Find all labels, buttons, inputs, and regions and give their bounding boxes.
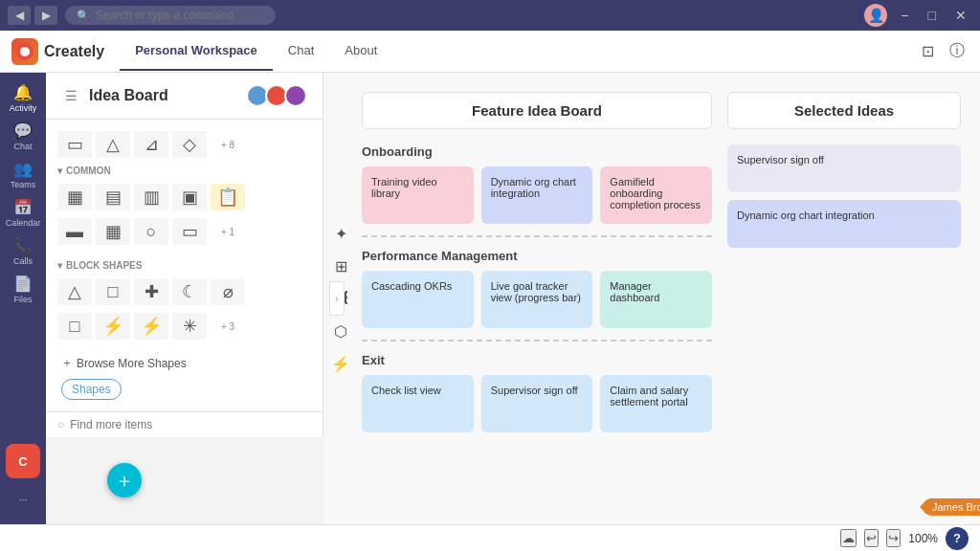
shape-note[interactable]: 📋 [211,184,245,210]
shape-list1[interactable]: ▤ [96,184,130,210]
shape-triangle[interactable]: △ [96,131,130,158]
shapes-badge[interactable]: Shapes [61,379,122,400]
activity-icon: 🔔 [13,83,33,101]
redo-button[interactable]: ↪ [886,529,901,547]
shape-table2[interactable]: ▦ [96,218,130,245]
tab-about[interactable]: About [329,32,392,71]
fab-add-button[interactable]: ＋ [107,463,142,497]
avatar-3 [284,84,307,107]
tab-personal-workspace[interactable]: Personal Workspace [120,32,273,71]
sidebar-item-teams[interactable]: 👥 Teams [6,157,40,191]
selected-card-supervisor[interactable]: Supervisor sign off [727,144,961,192]
teams-sidebar: 🔔 Activity 💬 Chat 👥 Teams 📅 Calendar 📞 C… [0,73,46,524]
svg-point-1 [20,47,30,56]
card-dynamic-org[interactable]: Dynamic org chart integration [481,166,593,224]
search-icon: 🔍 [77,10,90,22]
divider-1 [362,235,712,237]
sidebar-item-calendar[interactable]: 📅 Calendar [6,195,40,230]
shape-block-star[interactable]: ✳ [172,313,207,340]
sidebar-item-more[interactable]: ··· [6,482,40,517]
title-bar-search-container: 🔍 [65,6,276,25]
common-section-header[interactable]: ▾ COMMON [54,162,315,180]
undo-button[interactable]: ↩ [864,529,879,547]
info-icon[interactable]: ⓘ [946,37,969,65]
panel-menu-button[interactable]: ☰ [61,88,81,103]
collapse-panel-button[interactable]: › [329,281,345,316]
chevron-down-icon-2: ▾ [57,260,62,271]
close-button[interactable]: ✕ [949,6,972,25]
tab-chat[interactable]: Chat [273,32,329,71]
shape-block-rect[interactable]: □ [96,278,130,305]
shape-grid[interactable]: ▣ [172,184,207,210]
shape-rect[interactable]: ▭ [57,131,92,158]
cloud-save-button[interactable]: ☁ [840,529,857,547]
find-more-input[interactable] [70,418,213,431]
teams-icon: 👥 [13,160,33,178]
sidebar-item-calls[interactable]: 📞 Calls [6,233,40,268]
frame-tool-button[interactable]: ⊞ [327,253,354,279]
search-icon-small: ○ [57,418,64,431]
creately-icon: C [18,454,27,469]
shape-block-plus[interactable]: ✚ [134,278,168,305]
shape-tool-button[interactable]: ⬡ [327,318,354,344]
nav-tabs: Personal Workspace Chat About [120,32,392,71]
shape-block-sq[interactable]: □ [57,313,92,340]
card-cascading[interactable]: Cascading OKRs [362,271,474,328]
nav-back-button[interactable]: ◀ [8,6,31,25]
shape-panel-body: ▭ △ ⊿ ◇ + 8 ▾ COMMON ▦ ▤ ▥ [46,120,323,411]
shape-ellipse[interactable]: ○ [134,218,168,245]
shape-block-cylinder[interactable]: ⌀ [211,278,245,305]
title-bar-right: 👤 − □ ✕ [864,4,972,27]
exit-cards: Check list view Supervisor sign off Clai… [362,375,712,432]
card-checklist[interactable]: Check list view [362,375,474,432]
bolt-tool-button[interactable]: ⚡ [327,350,354,377]
sidebar-item-activity[interactable]: 🔔 Activity [6,80,40,115]
avatar: 👤 [864,4,887,27]
shape-panel-header: ☰ Idea Board [46,73,323,120]
shape-block-bolt2[interactable]: ⚡ [134,313,168,340]
sidebar-item-chat[interactable]: 💬 Chat [6,119,40,153]
screen-share-icon[interactable]: ⊡ [918,38,938,64]
shape-block-bolt[interactable]: ⚡ [96,313,130,340]
minimize-button[interactable]: − [895,6,914,25]
performance-section: Performance Management Cascading OKRs Li… [362,249,712,328]
sidebar-item-creately[interactable]: C [6,444,40,478]
search-input[interactable] [96,9,249,22]
bottom-bar: ☁ ↩ ↪ 100% ? [0,524,980,551]
magic-tool-button[interactable]: ✦ [327,220,354,247]
shape-bar[interactable]: ▬ [57,218,92,245]
card-manager-dash[interactable]: Manager dashboard [600,271,712,328]
shape-more-common[interactable]: + 1 [211,218,245,245]
selected-card-dynamic-org[interactable]: Dynamic org chart integration [727,200,961,248]
app-logo: Creately [11,38,104,65]
block-section-header[interactable]: ▾ BLOCK SHAPES [54,256,315,275]
shape-block-moon[interactable]: ☾ [172,278,207,305]
card-claim-salary[interactable]: Claim and salary settlement portal [600,375,712,432]
card-gamifield[interactable]: Gamifield onboarding completion process [600,166,712,224]
browse-more-shapes-button[interactable]: ＋ Browse More Shapes [54,351,194,375]
title-bar-nav: ◀ ▶ [8,6,57,25]
shape-more-basic[interactable]: + 8 [211,131,245,158]
panel-title: Idea Board [89,87,238,104]
shape-diamond[interactable]: ◇ [172,131,207,158]
shape-list2[interactable]: ▥ [134,184,168,210]
app-nav: Creately Personal Workspace Chat About ⊡… [0,31,980,73]
shape-table[interactable]: ▦ [57,184,92,210]
card-training-video[interactable]: Training video library [362,166,474,224]
shape-rect2[interactable]: ▭ [172,218,207,245]
help-button[interactable]: ? [946,527,969,550]
feature-board-title: Feature Idea Board [362,92,712,129]
nav-forward-button[interactable]: ▶ [34,6,57,25]
sidebar-item-files[interactable]: 📄 Files [6,272,40,306]
shape-block-tri[interactable]: △ [57,278,92,305]
onboarding-label: Onboarding [362,144,712,159]
shape-more-block[interactable]: + 3 [211,313,245,340]
app-logo-text: Creately [44,43,104,60]
card-supervisor-signoff[interactable]: Supervisor sign off [481,375,593,432]
block-shapes-grid-2: □ ⚡ ⚡ ✳ + 3 [54,309,315,343]
card-live-goal[interactable]: Live goal tracker view (progress bar) [481,271,593,328]
shape-right-triangle[interactable]: ⊿ [134,131,168,158]
performance-cards: Cascading OKRs Live goal tracker view (p… [362,271,712,328]
maximize-button[interactable]: □ [923,6,942,25]
find-more-container: ○ [46,411,323,437]
